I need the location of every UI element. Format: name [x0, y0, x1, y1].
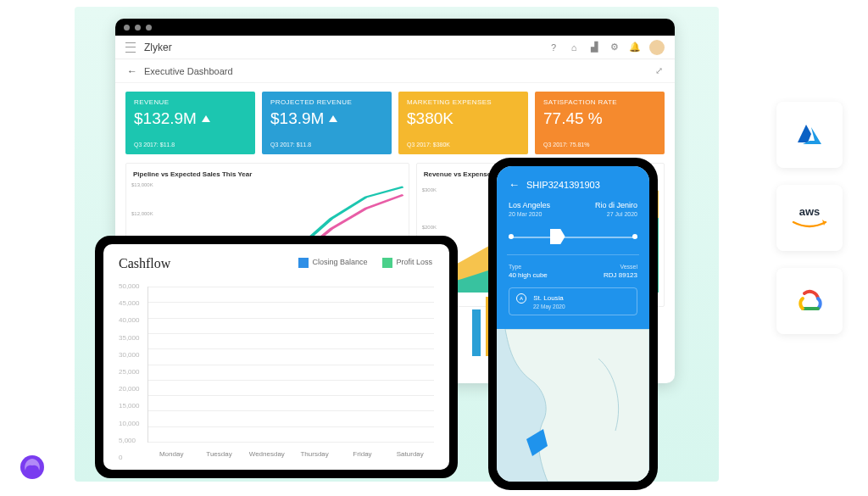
trend-up-icon — [329, 115, 337, 122]
back-icon[interactable]: ← — [509, 178, 520, 191]
y-tick: 45,000 — [119, 299, 139, 307]
origin-date: 20 Mar 2020 — [509, 211, 550, 217]
provider-gcp[interactable] — [776, 268, 843, 334]
kpi-sub: Q3 2017: 75.81% — [543, 142, 656, 148]
app-name: Zlyker — [144, 42, 172, 53]
legend-b: Profit Loss — [396, 258, 432, 266]
y-tick: 5,000 — [119, 437, 136, 444]
provider-aws[interactable]: aws — [776, 185, 843, 251]
avatar[interactable] — [649, 40, 665, 55]
page-title: Executive Dashboard — [144, 66, 233, 76]
ship-marker-icon — [550, 229, 565, 244]
meta-type-value: 40 high cube — [509, 271, 548, 279]
kpi-sub: Q3 2017: $380K — [407, 142, 520, 148]
help-icon[interactable]: ? — [548, 42, 559, 53]
traffic-dot-icon — [135, 25, 141, 31]
x-tick: Thursday — [291, 450, 338, 458]
x-tick: Tuesday — [195, 450, 242, 458]
shipment-meta: Type 40 high cube Vessel RDJ 89123 — [509, 264, 637, 279]
x-tick: Monday — [147, 450, 195, 458]
cashflow-legend: Closing Balance Profit Loss — [298, 258, 432, 268]
gcp-icon — [793, 287, 826, 315]
provider-azure[interactable] — [776, 102, 843, 168]
slider-start-icon — [509, 234, 514, 239]
kpi-label: REVENUE — [134, 98, 247, 106]
y-tick: $200K — [422, 225, 437, 230]
kpi-sub: Q3 2017: $11.8 — [134, 142, 247, 148]
kpi-value: 77.45 % — [543, 109, 603, 128]
slider-end-icon — [632, 234, 637, 239]
kpi-marketing-expenses[interactable]: MARKETING EXPENSES $380K Q3 2017: $380K — [398, 92, 528, 154]
y-tick: 25,000 — [119, 368, 139, 376]
kpi-label: PROJECTED REVENUE — [270, 98, 383, 106]
cashflow-chart: MondayTuesdayWednesdayThursdayFridaySatu… — [119, 287, 434, 458]
kpi-row: REVENUE $132.9M Q3 2017: $11.8 PROJECTED… — [115, 83, 675, 163]
origin-city: Los Angeles — [509, 201, 550, 209]
dest-city: Rio di Jeniro — [595, 201, 637, 209]
trend-up-icon — [202, 115, 210, 122]
y-tick: 30,000 — [119, 351, 139, 359]
kpi-value: $13.9M — [270, 109, 324, 128]
y-tick: 10,000 — [119, 420, 139, 427]
breadcrumb: ← Executive Dashboard ⤢ — [115, 59, 675, 83]
phone-device: ← SHIP3241391903 Los Angeles 20 Mar 2020… — [488, 158, 658, 490]
shipment-panel: ← SHIP3241391903 Los Angeles 20 Mar 2020… — [497, 166, 649, 329]
gear-icon[interactable]: ⚙ — [609, 42, 620, 53]
meta-vessel-value: RDJ 89123 — [604, 271, 637, 279]
shipment-id: SHIP3241391903 — [526, 180, 600, 190]
y-tick: 20,000 — [119, 385, 139, 393]
legend-swatch-icon — [298, 258, 309, 268]
traffic-dot-icon — [146, 25, 152, 31]
y-tick: 35,000 — [119, 334, 139, 342]
progress-slider[interactable] — [509, 227, 637, 246]
svg-text:aws: aws — [799, 205, 821, 218]
provider-cards: aws — [776, 102, 843, 334]
y-tick: $13,000K — [131, 182, 153, 187]
stop-name: St. Lousia — [533, 294, 564, 302]
x-tick: Wednesday — [243, 450, 291, 458]
kpi-label: SATISFACTION RATE — [543, 98, 656, 106]
y-tick: $300K — [422, 187, 437, 192]
stop-card[interactable]: A St. Lousia 22 May 2020 — [509, 287, 637, 315]
kpi-revenue[interactable]: REVENUE $132.9M Q3 2017: $11.8 — [125, 92, 255, 154]
bell-icon[interactable]: 🔔 — [629, 42, 641, 53]
home-icon[interactable]: ⌂ — [568, 42, 580, 53]
kpi-label: MARKETING EXPENSES — [407, 98, 520, 106]
expand-icon[interactable]: ⤢ — [655, 65, 663, 76]
y-tick: 15,000 — [119, 402, 139, 410]
stop-date: 22 May 2020 — [533, 304, 630, 309]
chart-icon[interactable]: ▟ — [588, 42, 600, 53]
kpi-value: $380K — [407, 109, 453, 128]
route: Los Angeles 20 Mar 2020 Rio di Jeniro 27… — [509, 201, 637, 217]
kpi-value: $132.9M — [134, 109, 197, 128]
chart-title: Pipeline vs Expected Sales This Year — [133, 170, 402, 178]
meta-vessel-label: Vessel — [604, 264, 637, 270]
tablet-screen: Cashflow Closing Balance Profit Loss Mon… — [103, 244, 449, 470]
kpi-projected-revenue[interactable]: PROJECTED REVENUE $13.9M Q3 2017: $11.8 — [262, 92, 392, 154]
map-svg — [497, 329, 649, 482]
y-tick: 40,000 — [119, 316, 139, 324]
kpi-sub: Q3 2017: $11.8 — [270, 142, 383, 148]
legend-swatch-icon — [382, 258, 392, 268]
dest-date: 27 Jul 2020 — [595, 211, 637, 217]
back-icon[interactable]: ← — [127, 65, 137, 77]
x-tick: Friday — [338, 450, 386, 458]
phone-screen: ← SHIP3241391903 Los Angeles 20 Mar 2020… — [497, 166, 649, 482]
y-tick: $12,000K — [131, 211, 153, 216]
brand-logo-icon — [19, 454, 46, 481]
y-tick: 0 — [119, 454, 122, 461]
meta-type-label: Type — [509, 264, 548, 270]
kpi-satisfaction-rate[interactable]: SATISFACTION RATE 77.45 % Q3 2017: 75.81… — [535, 92, 665, 154]
aws-icon: aws — [787, 203, 832, 232]
x-tick: Saturday — [387, 450, 434, 458]
menu-icon[interactable] — [125, 42, 136, 53]
window-titlebar — [115, 19, 675, 36]
legend-a: Closing Balance — [312, 258, 367, 266]
azure-icon — [793, 122, 826, 148]
canvas: Zlyker ? ⌂ ▟ ⚙ 🔔 ← Executive Dashboard ⤢… — [0, 0, 868, 496]
y-tick: 50,000 — [119, 282, 139, 290]
tablet-device: Cashflow Closing Balance Profit Loss Mon… — [95, 236, 458, 478]
app-topbar: Zlyker ? ⌂ ▟ ⚙ 🔔 — [115, 36, 675, 59]
map[interactable] — [497, 329, 649, 482]
traffic-dot-icon — [124, 25, 130, 31]
